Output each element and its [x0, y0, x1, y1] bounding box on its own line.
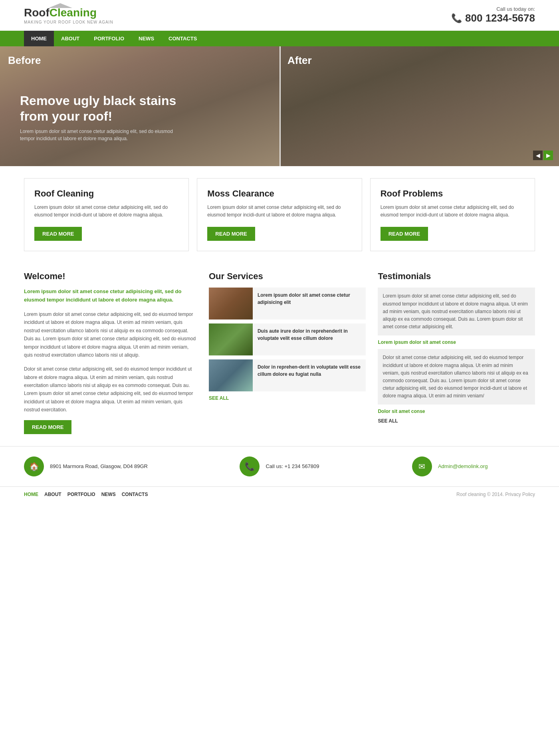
nav-about[interactable]: ABOUT [54, 31, 87, 46]
footer-address-text: 8901 Marmora Road, Glasgow, D04 89GR [50, 462, 148, 470]
welcome-title: Welcome! [24, 271, 197, 282]
logo-cleaning: Cleaning [50, 6, 97, 19]
our-services-section: Our Services Lorem ipsum dolor sit amet … [209, 271, 366, 434]
service-card-1-btn[interactable]: READ MORE [34, 227, 82, 241]
phone-number: 800 1234-5678 [465, 12, 535, 24]
nav-portfolio[interactable]: PORTFOLIO [87, 31, 131, 46]
testimonials-section: Testimonials Lorem ipsum dolor sit amet … [378, 271, 535, 434]
header-contact: Call us today on: 📞 800 1234-5678 [451, 6, 535, 24]
logo[interactable]: RoofCleaning MAKING YOUR ROOF LOOK NEW A… [24, 6, 113, 24]
service-cards: Roof Cleaning Lorem ipsum dolor sit amet… [0, 166, 559, 263]
service-item-2[interactable]: Duis aute irure dolor in reprehenderit i… [209, 323, 366, 355]
footer-copyright: Roof cleaning © 2014. Privacy Policy [456, 492, 535, 497]
footer-nav-contacts[interactable]: CONTACTS [122, 492, 148, 497]
footer-nav: HOME ABOUT PORTFOLIO NEWS CONTACTS [24, 492, 148, 497]
phone-icon: 📞 [451, 13, 462, 24]
footer-top: 🏠 8901 Marmora Road, Glasgow, D04 89GR 📞… [0, 446, 559, 486]
main-content: Welcome! Lorem ipsum dolor sit amet cons… [0, 263, 559, 446]
service-card-1-title: Roof Cleaning [34, 189, 178, 199]
header-phone: 📞 800 1234-5678 [451, 12, 535, 24]
prev-arrow[interactable]: ◀ [533, 151, 543, 160]
logo-tagline: MAKING YOUR ROOF LOOK NEW AGAIN [24, 20, 113, 24]
service-item-1-text: Lorem ipsum dolor sit amet conse ctetur … [253, 288, 366, 319]
site-header: RoofCleaning MAKING YOUR ROOF LOOK NEW A… [0, 0, 559, 31]
hero-desc: Lorem ipsum dolor sit amet conse ctetur … [20, 128, 188, 142]
welcome-read-more-btn[interactable]: READ MORE [24, 420, 71, 434]
service-item-1-image [209, 288, 253, 319]
logo-roof: Roof [24, 6, 50, 19]
service-card-3-btn[interactable]: READ MORE [381, 227, 428, 241]
nav-news[interactable]: NEWS [131, 31, 161, 46]
logo-text: RoofCleaning [24, 6, 97, 19]
services-see-all[interactable]: SEE ALL [209, 395, 366, 401]
service-card-3: Roof Problems Lorem ipsum dolor sit amet… [370, 178, 535, 251]
service-card-3-title: Roof Problems [381, 189, 525, 199]
after-label: After [287, 54, 312, 67]
service-item-3-image [209, 359, 253, 391]
footer-bottom: HOME ABOUT PORTFOLIO NEWS CONTACTS Roof … [0, 486, 559, 502]
roof-icon [48, 3, 72, 8]
hero-section: Before After Remove ugly black stains fr… [0, 46, 559, 166]
service-card-2: Moss Clearance Lorem ipsum dolor sit ame… [197, 178, 362, 251]
footer-nav-portfolio[interactable]: PORTFOLIO [67, 492, 95, 497]
footer-phone-icon: 📞 [240, 456, 260, 476]
footer-address: 🏠 8901 Marmora Road, Glasgow, D04 89GR [24, 456, 194, 476]
services-title: Our Services [209, 271, 366, 282]
footer-nav-home[interactable]: HOME [24, 492, 38, 497]
service-card-2-title: Moss Clearance [207, 189, 351, 199]
welcome-text2: Dolor sit amet conse ctetur adipisicing … [24, 365, 197, 414]
nav-home[interactable]: HOME [24, 31, 54, 46]
service-item-1[interactable]: Lorem ipsum dolor sit amet conse ctetur … [209, 288, 366, 319]
nav-contacts[interactable]: CONTACTS [161, 31, 204, 46]
welcome-text1: Lorem ipsum dolor sit amet conse ctetur … [24, 310, 197, 359]
footer-nav-news[interactable]: NEWS [101, 492, 116, 497]
footer-email-link[interactable]: Admin@demolink.org [438, 463, 488, 469]
hero-title: Remove ugly black stains from your roof! [20, 93, 188, 124]
testimonial-link-1[interactable]: Lorem ipsum dolor sit amet conse [378, 339, 535, 345]
service-card-3-text: Lorem ipsum dolor sit amet conse ctetur … [381, 204, 525, 219]
next-arrow[interactable]: ▶ [543, 151, 553, 160]
service-item-3[interactable]: Dolor in reprehen-derit in voluptate vel… [209, 359, 366, 391]
address-icon: 🏠 [24, 456, 44, 476]
main-nav: HOME ABOUT PORTFOLIO NEWS CONTACTS [0, 31, 559, 46]
service-item-3-text: Dolor in reprehen-derit in voluptate vel… [253, 359, 366, 391]
before-label: Before [8, 54, 41, 67]
testimonials-see-all[interactable]: SEE ALL [378, 418, 535, 424]
testimonials-title: Testimonials [378, 271, 535, 282]
service-card-1: Roof Cleaning Lorem ipsum dolor sit amet… [24, 178, 189, 251]
hero-divider [280, 46, 281, 166]
service-card-1-text: Lorem ipsum dolor sit amet conse ctetur … [34, 204, 178, 219]
service-item-2-image [209, 323, 253, 355]
welcome-section: Welcome! Lorem ipsum dolor sit amet cons… [24, 271, 197, 434]
service-card-2-btn[interactable]: READ MORE [207, 227, 255, 241]
testimonial-1: Lorem ipsum dolor sit amet conse ctetur … [378, 288, 535, 335]
hero-content: Remove ugly black stains from your roof!… [20, 93, 188, 142]
testimonial-link-2[interactable]: Dolor sit amet conse [378, 409, 535, 414]
call-label: Call us today on: [451, 6, 535, 12]
footer-phone-text: Call us: +1 234 567809 [266, 462, 319, 470]
service-item-2-text: Duis aute irure dolor in reprehenderit i… [253, 323, 366, 355]
after-image [280, 46, 559, 166]
footer-nav-about[interactable]: ABOUT [44, 492, 61, 497]
email-icon: ✉ [412, 456, 432, 476]
hero-after: After [280, 46, 559, 166]
footer-email[interactable]: ✉ Admin@demolink.org [365, 456, 535, 476]
hero-arrows: ◀ ▶ [533, 151, 553, 160]
testimonial-2: Dolor sit amet conse ctetur adipisicing … [378, 349, 535, 405]
service-card-2-text: Lorem ipsum dolor sit amet conse ctetur … [207, 204, 351, 219]
footer-phone: 📞 Call us: +1 234 567809 [194, 456, 365, 476]
welcome-highlight: Lorem ipsum dolor sit amet conse ctetur … [24, 288, 197, 304]
